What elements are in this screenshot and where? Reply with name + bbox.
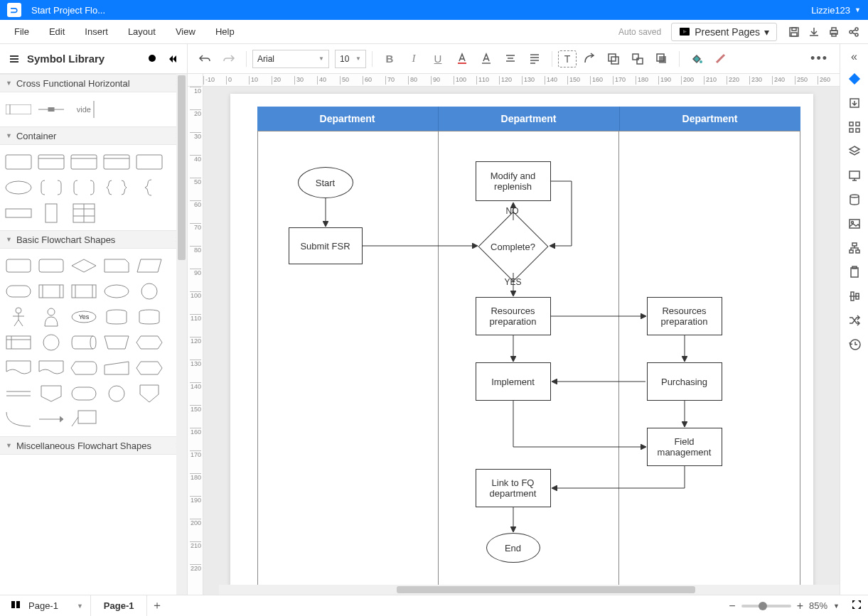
- line-button[interactable]: [709, 48, 732, 70]
- shape-document[interactable]: [3, 357, 34, 379]
- shape-offpage[interactable]: [36, 382, 67, 405]
- scrollbar-thumb[interactable]: [178, 75, 186, 260]
- shape-bar[interactable]: [3, 202, 34, 225]
- shape-separator[interactable]: [36, 98, 67, 121]
- connector-button[interactable]: [578, 48, 601, 70]
- user-menu[interactable]: Lizzie123 ▼: [811, 5, 861, 16]
- zoom-out-button[interactable]: −: [729, 600, 735, 612]
- front-button[interactable]: [650, 48, 673, 70]
- node-modify[interactable]: Modify and replenish: [476, 161, 551, 201]
- clipboard-button[interactable]: [844, 261, 865, 283]
- scrollbar-track[interactable]: [176, 74, 187, 595]
- underline-button[interactable]: U: [427, 48, 449, 70]
- shape-lines[interactable]: [3, 382, 34, 405]
- canvas-viewport[interactable]: Department Department Department Start S…: [203, 87, 840, 595]
- menu-edit[interactable]: Edit: [39, 22, 75, 41]
- fullscreen-button[interactable]: [851, 599, 862, 612]
- shape-rounded[interactable]: [68, 382, 100, 405]
- italic-button[interactable]: I: [402, 48, 425, 70]
- shape-direct-data[interactable]: [68, 331, 100, 354]
- zoom-thumb[interactable]: [759, 602, 767, 610]
- menu-view[interactable]: View: [166, 22, 205, 41]
- shape-container-1[interactable]: [3, 151, 34, 173]
- grid-button[interactable]: [844, 117, 865, 138]
- shape-manual-input[interactable]: [101, 357, 132, 379]
- lane-header-1[interactable]: Department: [257, 107, 439, 131]
- shape-database[interactable]: [101, 306, 132, 328]
- node-implement[interactable]: Implement: [476, 362, 551, 401]
- theme-button[interactable]: [844, 68, 865, 90]
- shape-user[interactable]: [36, 306, 67, 328]
- shape-grid[interactable]: [68, 202, 100, 225]
- save-button[interactable]: [784, 22, 804, 42]
- data-button[interactable]: [844, 189, 865, 210]
- shape-container-3[interactable]: [68, 151, 100, 173]
- pages-icon-button[interactable]: [6, 599, 26, 612]
- share-button[interactable]: [844, 22, 864, 42]
- category-header-basic-flowchart[interactable]: ▼Basic Flowchart Shapes×: [0, 230, 187, 249]
- valign-button[interactable]: [523, 48, 546, 70]
- shape-container-4[interactable]: [101, 151, 132, 173]
- fill-button[interactable]: [685, 48, 708, 70]
- image-button[interactable]: [844, 213, 865, 234]
- shape-container-5[interactable]: [134, 151, 165, 173]
- redo-button[interactable]: [218, 48, 240, 70]
- lane-1[interactable]: [258, 131, 439, 592]
- zoom-slider[interactable]: [741, 605, 791, 607]
- menu-layout[interactable]: Layout: [118, 22, 166, 41]
- shape-offpage2[interactable]: [134, 382, 165, 405]
- group-button[interactable]: [602, 48, 625, 70]
- shape-actor[interactable]: [3, 306, 34, 328]
- category-header-container[interactable]: ▼Container×: [0, 126, 187, 145]
- shape-card[interactable]: [101, 254, 132, 277]
- shape-brace-single[interactable]: [134, 176, 165, 199]
- category-header-misc[interactable]: ▼Miscellaneous Flowchart Shapes×: [0, 436, 187, 455]
- node-resources-2[interactable]: Resources preparation: [647, 297, 722, 335]
- node-field[interactable]: Field management: [647, 428, 722, 466]
- library-search-button[interactable]: [146, 53, 160, 65]
- shape-hexagon[interactable]: [134, 357, 165, 379]
- font-color-button[interactable]: [451, 48, 473, 70]
- history-button[interactable]: [844, 334, 865, 355]
- lane-3[interactable]: [619, 131, 799, 592]
- shape-container-2[interactable]: [36, 151, 67, 173]
- node-start[interactable]: Start: [298, 167, 353, 198]
- print-button[interactable]: [824, 22, 844, 42]
- shape-decision[interactable]: [68, 254, 100, 277]
- shape-ellipse2[interactable]: [101, 280, 132, 303]
- shape-braces-1[interactable]: [101, 176, 132, 199]
- shape-vbar[interactable]: [36, 202, 67, 225]
- outline-button[interactable]: [844, 237, 865, 259]
- menu-help[interactable]: Help: [205, 22, 245, 41]
- shape-note[interactable]: [68, 408, 100, 431]
- shape-brackets-1[interactable]: [36, 176, 67, 199]
- node-resources-1[interactable]: Resources preparation: [476, 297, 551, 335]
- text-tool-button[interactable]: T: [558, 50, 577, 67]
- shape-data[interactable]: [134, 254, 165, 277]
- page-select[interactable]: Page-1▼: [26, 595, 91, 616]
- h-scrollbar-thumb[interactable]: [397, 586, 695, 593]
- page-canvas[interactable]: Department Department Department Start S…: [230, 94, 813, 595]
- shape-manual-op[interactable]: [101, 331, 132, 354]
- bold-button[interactable]: B: [378, 48, 401, 70]
- page-tab-1[interactable]: Page-1: [91, 595, 148, 616]
- node-submit[interactable]: Submit FSR: [289, 227, 363, 264]
- library-collapse-button[interactable]: [166, 53, 180, 65]
- shape-predefined[interactable]: [36, 280, 67, 303]
- zoom-in-button[interactable]: +: [797, 600, 803, 612]
- node-link[interactable]: Link to FQ department: [476, 469, 551, 507]
- more-tools-button[interactable]: •••: [805, 51, 834, 66]
- layers-button[interactable]: [844, 141, 865, 162]
- shape-process2[interactable]: [36, 254, 67, 277]
- shape-display[interactable]: [68, 357, 100, 379]
- shape-prep[interactable]: [134, 331, 165, 354]
- align-panel-button[interactable]: [844, 286, 865, 307]
- present-pages-button[interactable]: Present Pages ▾: [671, 23, 777, 41]
- lane-header-2[interactable]: Department: [439, 107, 620, 131]
- lane-header-3[interactable]: Department: [620, 107, 800, 131]
- shape-swimlane-h[interactable]: [3, 98, 34, 121]
- category-header-cross-functional[interactable]: ▼Cross Functional Horizontal×: [0, 74, 187, 92]
- undo-button[interactable]: [193, 48, 216, 70]
- shape-circle3[interactable]: [101, 382, 132, 405]
- menu-insert[interactable]: Insert: [75, 22, 118, 41]
